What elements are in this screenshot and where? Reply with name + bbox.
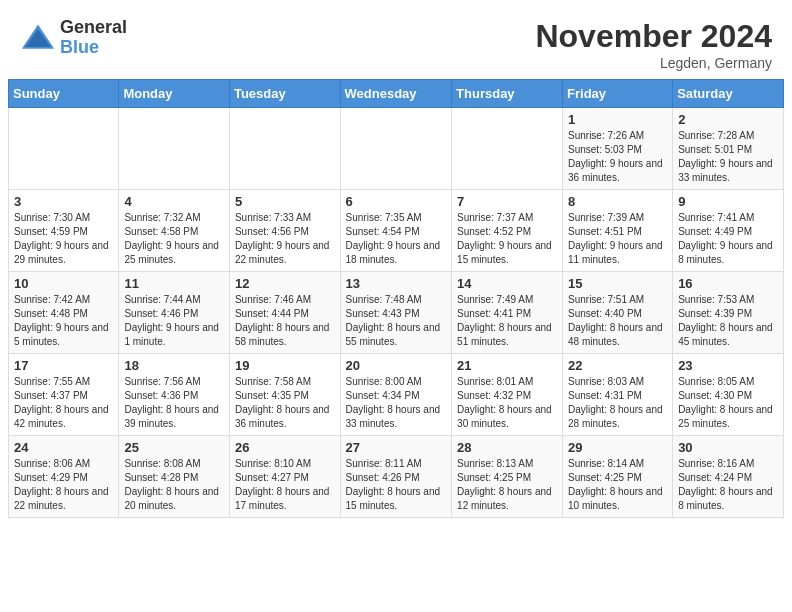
day-number: 8 <box>568 194 667 209</box>
day-number: 22 <box>568 358 667 373</box>
calendar-cell: 13Sunrise: 7:48 AM Sunset: 4:43 PM Dayli… <box>340 272 452 354</box>
month-title: November 2024 <box>535 18 772 55</box>
col-wednesday: Wednesday <box>340 80 452 108</box>
calendar-cell: 24Sunrise: 8:06 AM Sunset: 4:29 PM Dayli… <box>9 436 119 518</box>
calendar-cell: 30Sunrise: 8:16 AM Sunset: 4:24 PM Dayli… <box>673 436 784 518</box>
day-number: 29 <box>568 440 667 455</box>
day-number: 2 <box>678 112 778 127</box>
day-number: 23 <box>678 358 778 373</box>
day-number: 24 <box>14 440 113 455</box>
calendar-body: 1Sunrise: 7:26 AM Sunset: 5:03 PM Daylig… <box>9 108 784 518</box>
day-number: 12 <box>235 276 335 291</box>
day-number: 25 <box>124 440 224 455</box>
day-info: Sunrise: 7:44 AM Sunset: 4:46 PM Dayligh… <box>124 293 224 349</box>
day-info: Sunrise: 7:30 AM Sunset: 4:59 PM Dayligh… <box>14 211 113 267</box>
day-info: Sunrise: 7:26 AM Sunset: 5:03 PM Dayligh… <box>568 129 667 185</box>
calendar-cell: 18Sunrise: 7:56 AM Sunset: 4:36 PM Dayli… <box>119 354 230 436</box>
calendar-cell: 11Sunrise: 7:44 AM Sunset: 4:46 PM Dayli… <box>119 272 230 354</box>
calendar-cell: 12Sunrise: 7:46 AM Sunset: 4:44 PM Dayli… <box>229 272 340 354</box>
day-number: 11 <box>124 276 224 291</box>
calendar-cell: 5Sunrise: 7:33 AM Sunset: 4:56 PM Daylig… <box>229 190 340 272</box>
calendar-cell: 22Sunrise: 8:03 AM Sunset: 4:31 PM Dayli… <box>563 354 673 436</box>
day-info: Sunrise: 7:41 AM Sunset: 4:49 PM Dayligh… <box>678 211 778 267</box>
day-info: Sunrise: 7:32 AM Sunset: 4:58 PM Dayligh… <box>124 211 224 267</box>
day-info: Sunrise: 7:48 AM Sunset: 4:43 PM Dayligh… <box>346 293 447 349</box>
logo: General Blue <box>20 18 127 58</box>
day-info: Sunrise: 8:06 AM Sunset: 4:29 PM Dayligh… <box>14 457 113 513</box>
col-tuesday: Tuesday <box>229 80 340 108</box>
calendar-cell: 19Sunrise: 7:58 AM Sunset: 4:35 PM Dayli… <box>229 354 340 436</box>
calendar-cell: 4Sunrise: 7:32 AM Sunset: 4:58 PM Daylig… <box>119 190 230 272</box>
calendar-cell: 29Sunrise: 8:14 AM Sunset: 4:25 PM Dayli… <box>563 436 673 518</box>
day-number: 30 <box>678 440 778 455</box>
calendar-cell: 14Sunrise: 7:49 AM Sunset: 4:41 PM Dayli… <box>452 272 563 354</box>
day-number: 28 <box>457 440 557 455</box>
calendar-cell: 2Sunrise: 7:28 AM Sunset: 5:01 PM Daylig… <box>673 108 784 190</box>
header-row: Sunday Monday Tuesday Wednesday Thursday… <box>9 80 784 108</box>
day-info: Sunrise: 7:56 AM Sunset: 4:36 PM Dayligh… <box>124 375 224 431</box>
calendar-cell <box>452 108 563 190</box>
day-number: 5 <box>235 194 335 209</box>
calendar-cell: 8Sunrise: 7:39 AM Sunset: 4:51 PM Daylig… <box>563 190 673 272</box>
calendar-cell: 26Sunrise: 8:10 AM Sunset: 4:27 PM Dayli… <box>229 436 340 518</box>
day-info: Sunrise: 7:51 AM Sunset: 4:40 PM Dayligh… <box>568 293 667 349</box>
day-number: 1 <box>568 112 667 127</box>
day-info: Sunrise: 7:42 AM Sunset: 4:48 PM Dayligh… <box>14 293 113 349</box>
calendar-week-2: 3Sunrise: 7:30 AM Sunset: 4:59 PM Daylig… <box>9 190 784 272</box>
day-number: 21 <box>457 358 557 373</box>
day-number: 13 <box>346 276 447 291</box>
logo-icon <box>20 20 56 56</box>
calendar-cell <box>119 108 230 190</box>
day-info: Sunrise: 7:46 AM Sunset: 4:44 PM Dayligh… <box>235 293 335 349</box>
day-number: 4 <box>124 194 224 209</box>
calendar-cell: 10Sunrise: 7:42 AM Sunset: 4:48 PM Dayli… <box>9 272 119 354</box>
day-info: Sunrise: 7:39 AM Sunset: 4:51 PM Dayligh… <box>568 211 667 267</box>
day-info: Sunrise: 7:53 AM Sunset: 4:39 PM Dayligh… <box>678 293 778 349</box>
calendar-cell: 25Sunrise: 8:08 AM Sunset: 4:28 PM Dayli… <box>119 436 230 518</box>
day-info: Sunrise: 7:37 AM Sunset: 4:52 PM Dayligh… <box>457 211 557 267</box>
day-info: Sunrise: 8:14 AM Sunset: 4:25 PM Dayligh… <box>568 457 667 513</box>
day-info: Sunrise: 7:33 AM Sunset: 4:56 PM Dayligh… <box>235 211 335 267</box>
calendar-cell: 17Sunrise: 7:55 AM Sunset: 4:37 PM Dayli… <box>9 354 119 436</box>
calendar-week-5: 24Sunrise: 8:06 AM Sunset: 4:29 PM Dayli… <box>9 436 784 518</box>
day-info: Sunrise: 8:11 AM Sunset: 4:26 PM Dayligh… <box>346 457 447 513</box>
calendar-header: Sunday Monday Tuesday Wednesday Thursday… <box>9 80 784 108</box>
calendar-week-1: 1Sunrise: 7:26 AM Sunset: 5:03 PM Daylig… <box>9 108 784 190</box>
day-info: Sunrise: 8:16 AM Sunset: 4:24 PM Dayligh… <box>678 457 778 513</box>
logo-general: General <box>60 18 127 38</box>
day-number: 26 <box>235 440 335 455</box>
calendar-cell: 21Sunrise: 8:01 AM Sunset: 4:32 PM Dayli… <box>452 354 563 436</box>
calendar-cell: 3Sunrise: 7:30 AM Sunset: 4:59 PM Daylig… <box>9 190 119 272</box>
calendar-cell: 9Sunrise: 7:41 AM Sunset: 4:49 PM Daylig… <box>673 190 784 272</box>
logo-blue: Blue <box>60 38 127 58</box>
day-info: Sunrise: 7:58 AM Sunset: 4:35 PM Dayligh… <box>235 375 335 431</box>
day-number: 10 <box>14 276 113 291</box>
day-number: 17 <box>14 358 113 373</box>
col-friday: Friday <box>563 80 673 108</box>
day-info: Sunrise: 8:08 AM Sunset: 4:28 PM Dayligh… <box>124 457 224 513</box>
calendar-cell <box>229 108 340 190</box>
day-info: Sunrise: 7:49 AM Sunset: 4:41 PM Dayligh… <box>457 293 557 349</box>
day-number: 7 <box>457 194 557 209</box>
col-monday: Monday <box>119 80 230 108</box>
day-number: 16 <box>678 276 778 291</box>
calendar-cell: 28Sunrise: 8:13 AM Sunset: 4:25 PM Dayli… <box>452 436 563 518</box>
day-number: 20 <box>346 358 447 373</box>
day-number: 27 <box>346 440 447 455</box>
calendar-cell: 23Sunrise: 8:05 AM Sunset: 4:30 PM Dayli… <box>673 354 784 436</box>
calendar-cell: 20Sunrise: 8:00 AM Sunset: 4:34 PM Dayli… <box>340 354 452 436</box>
calendar-cell <box>340 108 452 190</box>
day-info: Sunrise: 8:01 AM Sunset: 4:32 PM Dayligh… <box>457 375 557 431</box>
day-info: Sunrise: 8:10 AM Sunset: 4:27 PM Dayligh… <box>235 457 335 513</box>
day-info: Sunrise: 8:13 AM Sunset: 4:25 PM Dayligh… <box>457 457 557 513</box>
calendar-week-3: 10Sunrise: 7:42 AM Sunset: 4:48 PM Dayli… <box>9 272 784 354</box>
calendar-table: Sunday Monday Tuesday Wednesday Thursday… <box>8 79 784 518</box>
day-info: Sunrise: 7:28 AM Sunset: 5:01 PM Dayligh… <box>678 129 778 185</box>
calendar-cell <box>9 108 119 190</box>
day-number: 19 <box>235 358 335 373</box>
day-number: 9 <box>678 194 778 209</box>
location: Legden, Germany <box>535 55 772 71</box>
calendar-cell: 7Sunrise: 7:37 AM Sunset: 4:52 PM Daylig… <box>452 190 563 272</box>
col-sunday: Sunday <box>9 80 119 108</box>
day-number: 15 <box>568 276 667 291</box>
